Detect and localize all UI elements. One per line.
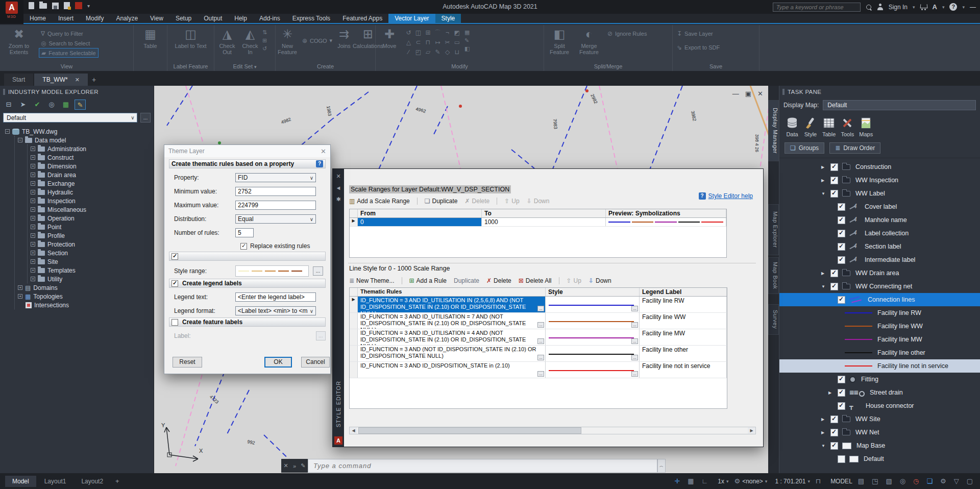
- edit-set-icon[interactable]: ↺: [262, 45, 267, 52]
- tree-node-category[interactable]: + Utility: [31, 275, 154, 283]
- scroll-right-icon[interactable]: ▶: [748, 427, 755, 434]
- quick-view-layouts-icon[interactable]: ◳ ▾: [872, 477, 880, 485]
- clean-screen-icon[interactable]: ▢ ▾: [967, 477, 975, 485]
- tree-node-category[interactable]: + Hydraulic: [31, 188, 154, 197]
- expand-icon[interactable]: +: [31, 233, 35, 238]
- customization-gear-icon[interactable]: ⚙ ▾: [940, 477, 948, 485]
- application-menu-button[interactable]: A M3D: [0, 0, 23, 24]
- legend-format-select[interactable]: <Label text> <min> to <max>∨: [235, 306, 316, 315]
- expand-icon[interactable]: +: [31, 207, 35, 212]
- tab-survey[interactable]: Survey: [768, 304, 779, 335]
- expand-icon[interactable]: +: [31, 155, 35, 160]
- palette-grip[interactable]: [3, 89, 5, 95]
- rule-browse-button[interactable]: ...: [537, 371, 544, 377]
- ribbon-tab[interactable]: Insert: [52, 14, 80, 23]
- tree-node-category[interactable]: + Point: [31, 223, 154, 231]
- ribbon-tab[interactable]: Home: [23, 14, 52, 23]
- draw-order-button[interactable]: ≣ Draw Order: [829, 142, 880, 154]
- ribbon-tab[interactable]: Help: [228, 14, 253, 23]
- search-input[interactable]: [773, 3, 861, 12]
- thematic-rule-row[interactable]: ▶ ID_FUNCTION = 3 AND ID_UTILISATION IN …: [350, 297, 727, 313]
- combo-caret-icon[interactable]: ∨: [129, 115, 137, 120]
- create-styles-checkbox[interactable]: [172, 253, 178, 260]
- rule-browse-button[interactable]: ...: [537, 355, 544, 360]
- pointer-input-icon[interactable]: ✛ ▾: [674, 477, 682, 485]
- sign-in-button[interactable]: Sign In: [889, 4, 908, 11]
- expand-icon[interactable]: +: [31, 173, 35, 177]
- check-out-button[interactable]: ◮ Check Out: [216, 27, 238, 55]
- tree-node-domains[interactable]: + ▤ Domains: [18, 283, 154, 292]
- layer-row[interactable]: Facility line other: [779, 346, 980, 359]
- acad-workspace-icon[interactable]: [75, 2, 82, 9]
- display-map-select[interactable]: Default: [823, 100, 976, 110]
- thematic-rule-row[interactable]: ▶ ID_FUNCTION = 3 AND ID_UTILISATION = 4…: [350, 329, 727, 346]
- style-range-browse-button[interactable]: ...: [313, 266, 323, 276]
- edit-database-icon[interactable]: ✎: [75, 100, 86, 110]
- visibility-checkbox[interactable]: [838, 256, 845, 264]
- cogo-button[interactable]: ⊕COGO ▾: [300, 36, 334, 45]
- new-layout-button[interactable]: +: [111, 477, 124, 485]
- expand-arrow-icon[interactable]: ▶: [821, 271, 830, 276]
- annotation-visibility-button[interactable]: ⚙ <none> ▾: [734, 477, 767, 485]
- map-scale-button[interactable]: 1 : 701.201 ▾: [773, 478, 810, 485]
- ribbon-tab[interactable]: Vector Layer: [388, 14, 435, 23]
- tree-node-category[interactable]: + Dimension: [31, 162, 154, 170]
- layout2-tab[interactable]: Layout2: [74, 476, 110, 487]
- panel-label-edit-set[interactable]: Edit Set ▾: [214, 63, 275, 71]
- ribbon-tab[interactable]: Setup: [169, 14, 198, 23]
- tab-start[interactable]: Start: [4, 74, 33, 86]
- layer-row[interactable]: ▼ Map Base: [779, 439, 980, 452]
- visibility-checkbox[interactable]: [830, 283, 838, 290]
- tree-node-topologies[interactable]: + ▦ Topologies: [18, 292, 154, 301]
- ribbon-tab[interactable]: Output: [198, 14, 228, 23]
- thematic-rule-row[interactable]: ▶ ID_FUNCTION = 3 AND ID_DISPOSITION_STA…: [350, 362, 727, 378]
- edit-set-icon[interactable]: ⊞: [262, 37, 267, 44]
- collapse-icon[interactable]: −: [18, 138, 22, 142]
- modify-tool-icon[interactable]: ⌒: [433, 29, 442, 37]
- table-button[interactable]: ▦ Table: [136, 27, 165, 49]
- tree-node-category[interactable]: + Site: [31, 257, 154, 266]
- rule-browse-button[interactable]: ...: [537, 322, 544, 328]
- horizontal-scrollbar[interactable]: ◀ ▶: [349, 427, 756, 434]
- maximum-value-input[interactable]: [235, 201, 316, 210]
- layer-row[interactable]: Facility line RW: [779, 306, 980, 320]
- quick-view-drawings-icon[interactable]: ▤ ▾: [858, 477, 866, 485]
- modify-tool-icon[interactable]: ⊞: [424, 29, 432, 37]
- delete-all-button[interactable]: ⊠Delete All: [519, 277, 552, 284]
- modify-tool-icon[interactable]: ↺: [404, 29, 413, 37]
- expand-icon[interactable]: +: [31, 242, 35, 247]
- model-filter-combobox[interactable]: Default ∨: [3, 113, 137, 123]
- ribbon-tab[interactable]: Featured Apps: [336, 14, 388, 23]
- rule-up-button[interactable]: ⇧Up: [567, 277, 581, 284]
- visibility-checkbox[interactable]: [838, 296, 845, 304]
- maps-button[interactable]: Maps: [859, 116, 873, 137]
- modify-tool-icon[interactable]: ◇: [443, 48, 452, 57]
- distribution-select[interactable]: Equal∨: [235, 214, 316, 224]
- expand-icon[interactable]: +: [31, 190, 35, 194]
- expand-icon[interactable]: +: [31, 181, 35, 186]
- rule-down-button[interactable]: ⇩Down: [589, 277, 611, 284]
- modify-tool-icon[interactable]: ✂: [443, 38, 452, 47]
- model-tab[interactable]: Model: [5, 476, 36, 487]
- command-recent-icon[interactable]: »: [293, 463, 296, 469]
- visibility-checkbox[interactable]: [830, 442, 838, 450]
- combo-browse-button[interactable]: ...: [140, 113, 151, 123]
- add-scale-range-button[interactable]: ▥Add a Scale Range: [349, 198, 410, 205]
- tree-node-category[interactable]: + Inspection: [31, 197, 154, 205]
- expand-arrow-icon[interactable]: ▶: [821, 417, 830, 422]
- layer-row[interactable]: Default: [779, 452, 980, 466]
- tab-map-explorer[interactable]: Map Explorer: [768, 204, 779, 255]
- layer-row[interactable]: Facility line WW: [779, 320, 980, 333]
- feature-selectable-button[interactable]: ▰Feature Selectable: [39, 48, 99, 58]
- new-file-icon[interactable]: [29, 2, 34, 9]
- command-close-icon[interactable]: ✕: [284, 462, 288, 469]
- zoom-to-extents-button[interactable]: ✖ Zoom to Extents: [2, 27, 36, 55]
- expand-icon[interactable]: +: [31, 277, 35, 281]
- tools-button[interactable]: Tools: [841, 116, 854, 137]
- expand-icon[interactable]: +: [31, 216, 35, 221]
- merge-feature-button[interactable]: ◐ Merge Feature: [576, 27, 602, 55]
- style-editor-help-link[interactable]: Style Editor help: [708, 192, 753, 200]
- store-cart-icon[interactable]: [920, 4, 927, 10]
- visibility-checkbox[interactable]: [830, 163, 838, 171]
- replace-existing-rules-checkbox[interactable]: [240, 243, 247, 250]
